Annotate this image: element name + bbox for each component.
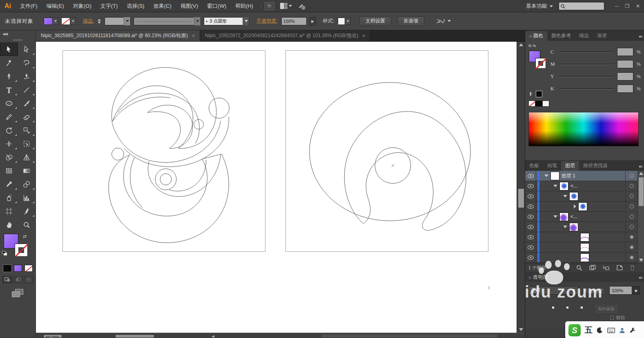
tool-slice[interactable] [18, 204, 36, 218]
visibility-toggle[interactable] [525, 212, 536, 222]
tab-color[interactable]: ◇颜色 [525, 31, 547, 41]
layer-thumbnail[interactable] [569, 223, 578, 231]
tab-pathfinder[interactable]: 路径查找器 [579, 161, 612, 171]
tool-perspective-grid[interactable] [18, 150, 36, 164]
scroll-thumb[interactable] [518, 189, 524, 208]
step-up-icon[interactable] [98, 19, 101, 21]
draw-inside-button[interactable] [24, 276, 33, 283]
horizontal-scroll-thumb[interactable] [322, 334, 497, 338]
panel-menu-icon[interactable]: ▾≡ [639, 275, 642, 280]
tool-gradient[interactable] [18, 164, 36, 177]
document-tab-2[interactable]: Nipic_10922672_20200408214242684037.ai* … [200, 30, 370, 41]
black-slider[interactable] [559, 88, 614, 90]
selection-column[interactable] [536, 253, 541, 262]
panel-menu-icon[interactable]: ▾≡ [639, 164, 642, 169]
menu-select[interactable]: 选择(S) [122, 2, 149, 10]
selection-column[interactable] [536, 191, 541, 201]
magenta-value-input[interactable] [617, 60, 633, 68]
canvas[interactable] [36, 42, 525, 333]
tool-width[interactable] [0, 137, 18, 150]
scroll-thumb[interactable] [639, 177, 644, 206]
stroke-weight-select[interactable] [105, 17, 131, 25]
ime-logo[interactable]: S [568, 324, 581, 336]
cyan-slider[interactable] [559, 51, 614, 53]
black-value-input[interactable] [617, 85, 633, 93]
fill-color-swatch[interactable] [44, 18, 53, 25]
ime-toolbar[interactable]: S 五 [565, 321, 644, 338]
menu-file[interactable]: 文件(F) [16, 2, 42, 10]
tool-ellipse[interactable] [0, 96, 18, 110]
close-button[interactable]: ✕ [636, 3, 640, 9]
select-similar-options[interactable] [436, 18, 451, 25]
tool-artboard[interactable] [0, 204, 18, 218]
search-box[interactable] [559, 2, 604, 10]
expand-icon[interactable] [574, 204, 576, 208]
hscroll-left-icon[interactable]: ◀ [212, 334, 214, 338]
cyan-value-input[interactable] [617, 48, 633, 56]
none-swatch[interactable] [528, 101, 535, 107]
arrange-documents-button[interactable] [280, 3, 292, 9]
expand-icon[interactable] [563, 195, 567, 197]
tool-scale[interactable] [18, 123, 36, 137]
color-button[interactable] [3, 265, 11, 272]
artboard-1[interactable] [62, 50, 265, 252]
layer-row[interactable] [525, 232, 644, 242]
layer-thumbnail[interactable] [559, 213, 568, 221]
style-control[interactable] [338, 18, 351, 25]
clip-checkbox[interactable]: 剪切 [610, 315, 625, 321]
layer-thumbnail[interactable] [569, 192, 578, 201]
tab-swatches[interactable]: 色板 [525, 161, 543, 171]
menu-edit[interactable]: 编辑(E) [42, 2, 69, 10]
collapse-panel-button[interactable]: ◀◀ [0, 30, 36, 38]
tool-pen[interactable] [0, 69, 18, 83]
menu-type[interactable]: 文字(T) [96, 2, 123, 10]
stroke-color-control[interactable] [61, 18, 76, 25]
opacity-panel-link[interactable]: 不透明度: [256, 18, 277, 25]
selection-column[interactable] [536, 181, 541, 191]
tool-hand[interactable] [0, 218, 18, 231]
opacity-input[interactable]: 100% [281, 17, 307, 25]
vertical-scrollbar[interactable] [517, 42, 525, 333]
tool-type[interactable] [0, 83, 18, 96]
layer-row[interactable]: <... [525, 212, 644, 222]
layer-thumbnail[interactable] [580, 253, 589, 262]
width-profile-select[interactable] [134, 17, 201, 25]
new-layer-icon[interactable] [616, 265, 623, 271]
last-color-control[interactable]: ⬆ [528, 91, 542, 97]
blend-mode-select[interactable]: 正常 [528, 286, 578, 295]
tool-eraser[interactable] [18, 110, 36, 123]
layer-row[interactable]: <... [525, 181, 644, 191]
document-tab-1[interactable]: Nipic_3825965_20191026111814708089.ai* @… [36, 30, 200, 41]
target-circle[interactable] [625, 253, 637, 262]
stroke-dropdown-button[interactable] [70, 18, 76, 25]
black-swatch[interactable] [536, 91, 542, 97]
target-circle[interactable] [625, 242, 637, 252]
tool-rotate[interactable] [0, 123, 18, 137]
expand-icon[interactable] [563, 226, 567, 228]
visibility-toggle[interactable] [525, 253, 536, 262]
tab-layers[interactable]: 图层 [561, 161, 579, 171]
layer-row[interactable] [525, 242, 644, 253]
selection-column[interactable] [536, 242, 541, 252]
swap-fill-stroke-icon[interactable]: ⇄ [23, 234, 27, 239]
tool-symbol-sprayer[interactable] [0, 191, 18, 204]
target-circle[interactable] [625, 171, 637, 181]
tool-paintbrush[interactable] [18, 96, 36, 110]
layer-thumbnail[interactable] [559, 182, 568, 190]
locate-object-icon[interactable] [576, 265, 582, 271]
stroke-panel-link[interactable]: 描边: [83, 18, 94, 25]
layers-scrollbar[interactable] [637, 171, 644, 263]
selection-column[interactable] [536, 222, 541, 232]
yellow-slider[interactable] [559, 76, 614, 77]
restore-button[interactable]: ❐ [625, 3, 629, 9]
tool-magic-wand[interactable] [0, 56, 18, 69]
scroll-up-icon[interactable] [639, 172, 643, 175]
menu-object[interactable]: 对象(O) [69, 2, 96, 10]
style-dropdown-button[interactable] [345, 18, 351, 25]
menu-effect[interactable]: 效果(C) [149, 2, 176, 10]
share-button[interactable] [298, 2, 306, 10]
visibility-toggle[interactable] [525, 242, 536, 252]
clipping-mask-icon[interactable] [589, 265, 596, 271]
white-swatch[interactable] [542, 101, 549, 107]
draw-normal-button[interactable] [2, 276, 12, 283]
